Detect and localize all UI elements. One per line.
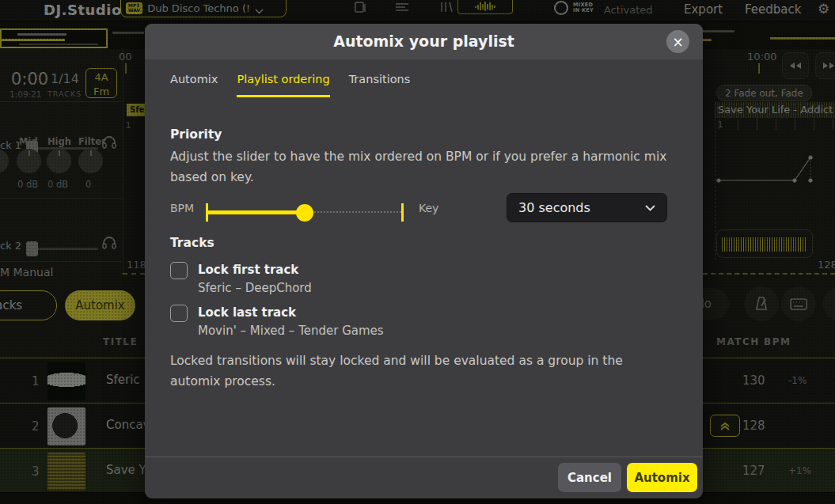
chevron-down-icon bbox=[645, 205, 655, 211]
tracks-heading: Tracks bbox=[170, 236, 214, 250]
priority-heading: Priority bbox=[170, 127, 222, 142]
priority-slider[interactable] bbox=[206, 198, 404, 226]
lock-last-track-label[interactable]: Lock last track bbox=[198, 305, 296, 320]
close-button[interactable]: × bbox=[666, 30, 689, 53]
lock-first-track-label[interactable]: Lock first track bbox=[198, 263, 298, 277]
slider-dotted-track bbox=[307, 211, 401, 213]
tab-transitions[interactable]: Transitions bbox=[349, 73, 411, 97]
tab-automix[interactable]: Automix bbox=[170, 73, 218, 97]
locked-transitions-note: Locked transitions will stay locked and … bbox=[170, 351, 677, 392]
dialog-footer: Cancel Automix bbox=[145, 457, 703, 498]
automix-button[interactable]: Automix bbox=[627, 463, 697, 492]
close-icon: × bbox=[672, 34, 683, 50]
lock-last-track-name: Movin' – Mixed – Tender Games bbox=[198, 324, 384, 338]
priority-description: Adjust the slider to have the mix ordere… bbox=[170, 147, 677, 188]
dialog-title: Automix your playlist bbox=[145, 32, 703, 50]
tab-playlist-ordering[interactable]: Playlist ordering bbox=[237, 73, 329, 97]
bpm-slider-label: BPM bbox=[170, 202, 194, 214]
dialog-tabs: Automix Playlist ordering Transitions bbox=[170, 73, 410, 97]
slider-end-cap bbox=[401, 203, 404, 222]
automix-dialog: Automix your playlist × Automix Playlist… bbox=[145, 24, 703, 498]
lock-last-track-checkbox[interactable] bbox=[170, 305, 188, 322]
cancel-button[interactable]: Cancel bbox=[558, 463, 621, 492]
lock-first-track-name: Sferic – DeepChord bbox=[198, 281, 312, 295]
dialog-header: Automix your playlist × bbox=[145, 24, 703, 59]
key-slider-label: Key bbox=[419, 202, 438, 214]
slider-thumb[interactable] bbox=[296, 204, 313, 222]
lock-first-track-checkbox[interactable] bbox=[170, 262, 188, 279]
transition-length-select[interactable]: 30 seconds bbox=[507, 193, 667, 222]
app-window: DJ.Studio MP3 WAV Dub Disco Techno (! MI… bbox=[0, 0, 835, 504]
transition-length-value: 30 seconds bbox=[518, 200, 645, 215]
slider-filled-track bbox=[208, 210, 307, 214]
